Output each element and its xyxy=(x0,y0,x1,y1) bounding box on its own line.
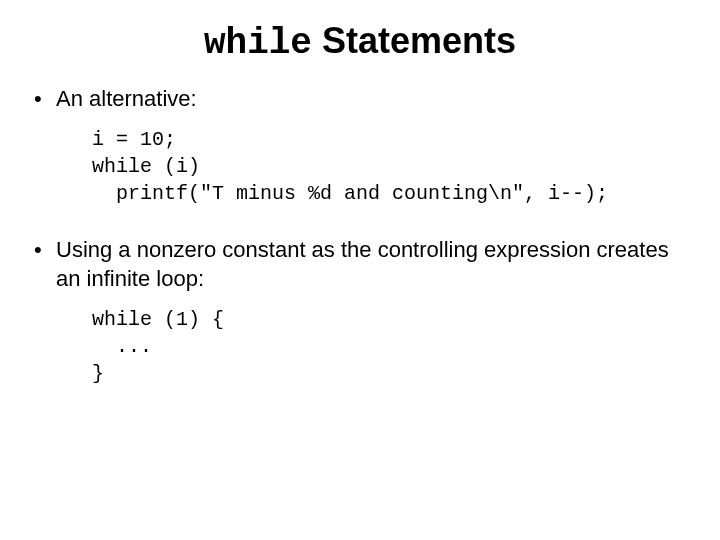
bullet-text: An alternative: xyxy=(56,86,197,111)
list-item: Using a nonzero constant as the controll… xyxy=(30,235,690,387)
list-item: An alternative: i = 10; while (i) printf… xyxy=(30,84,690,207)
code-block: i = 10; while (i) printf("T minus %d and… xyxy=(92,126,690,207)
slide-body: An alternative: i = 10; while (i) printf… xyxy=(0,64,720,387)
bullet-text: Using a nonzero constant as the controll… xyxy=(56,237,669,292)
title-keyword: while xyxy=(204,23,312,64)
slide-title: while Statements xyxy=(0,0,720,64)
bullet-list: An alternative: i = 10; while (i) printf… xyxy=(30,84,690,387)
title-rest: Statements xyxy=(312,20,516,61)
code-block: while (1) { ... } xyxy=(92,306,690,387)
slide: while Statements An alternative: i = 10;… xyxy=(0,0,720,540)
